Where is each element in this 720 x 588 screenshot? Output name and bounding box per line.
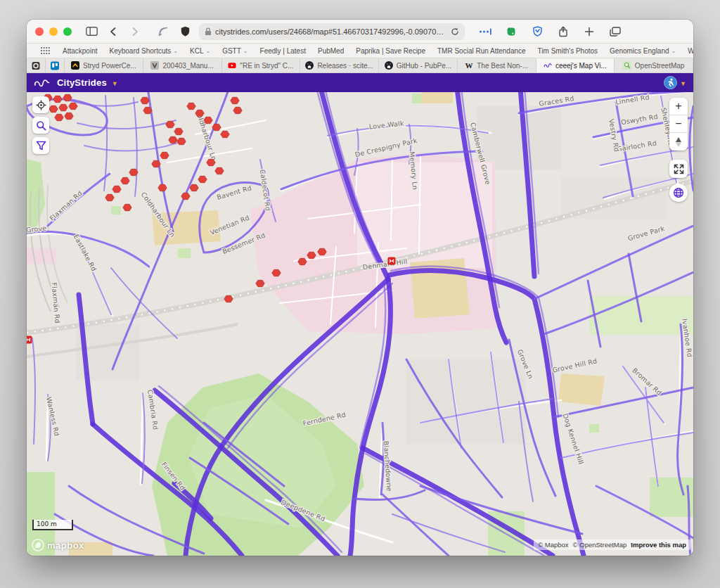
incomplete-node-marker[interactable]	[166, 121, 174, 127]
zoom-in-button[interactable]: +	[669, 98, 688, 115]
bookmark-item[interactable]: GSTT⌄	[222, 47, 248, 55]
filter-button[interactable]	[32, 137, 49, 154]
bookmark-item[interactable]: Paprika | Save Recipe	[356, 47, 425, 55]
tab-overview-icon[interactable]	[608, 24, 623, 39]
bookmarks-grid-icon[interactable]	[39, 46, 51, 56]
tab-vplayer-1[interactable]: 200403_Manu...	[143, 58, 222, 72]
incomplete-node-marker[interactable]	[298, 258, 307, 264]
share-icon[interactable]	[555, 24, 571, 39]
fullscreen-button[interactable]	[669, 160, 688, 178]
tab-osm-7[interactable]: OpenStreetMap	[615, 58, 693, 72]
incomplete-node-marker[interactable]	[65, 113, 73, 119]
pinned-tab-trello[interactable]	[46, 58, 65, 72]
incomplete-node-marker[interactable]	[231, 97, 239, 103]
geolocate-button[interactable]	[32, 96, 49, 113]
incomplete-node-marker[interactable]	[169, 136, 177, 143]
zoom-button[interactable]	[63, 27, 72, 36]
brand-title[interactable]: CityStrides	[57, 77, 107, 88]
bookmark-item[interactable]: Attackpoint	[63, 47, 97, 55]
incomplete-node-marker[interactable]	[204, 117, 212, 123]
incomplete-node-marker[interactable]	[215, 167, 224, 174]
incomplete-node-marker[interactable]	[198, 176, 207, 182]
map-canvas[interactable]: Love WalkDe Crespigny ParkMemory LnGrace…	[27, 92, 693, 556]
incomplete-node-marker[interactable]	[55, 114, 63, 120]
incomplete-node-marker[interactable]	[318, 248, 326, 255]
incomplete-node-marker[interactable]	[49, 106, 58, 112]
incomplete-node-marker[interactable]	[59, 104, 68, 110]
bookmark-item[interactable]: Tim Smith's Photos	[538, 47, 598, 55]
citystrides-logo-icon[interactable]	[34, 77, 52, 89]
browser-window: citystrides.com/users/24668/map#51.46670…	[27, 20, 693, 556]
incomplete-node-marker[interactable]	[160, 152, 169, 158]
incomplete-node-marker[interactable]	[129, 169, 138, 175]
incomplete-node-marker[interactable]	[121, 177, 129, 184]
incomplete-node-marker[interactable]	[123, 204, 131, 210]
minimize-button[interactable]	[49, 27, 58, 36]
privacy-shield-icon[interactable]	[177, 24, 193, 39]
incomplete-node-marker[interactable]	[177, 138, 186, 144]
brand-chevron-down-icon[interactable]: ▼	[112, 80, 118, 87]
incomplete-node-marker[interactable]	[181, 193, 190, 199]
tab-github-3[interactable]: Releases · scite...	[300, 58, 379, 72]
sidebar-toggle-icon[interactable]	[84, 24, 99, 39]
map-container[interactable]: Love WalkDe Crespigny ParkMemory LnGrace…	[27, 92, 693, 556]
incomplete-node-marker[interactable]	[141, 97, 149, 103]
incomplete-node-marker[interactable]	[174, 128, 183, 134]
compass-button[interactable]	[669, 133, 688, 151]
bookmark-item[interactable]: Keyboard Shortcuts⌄	[109, 47, 178, 55]
user-avatar[interactable]	[664, 76, 677, 89]
incomplete-node-marker[interactable]	[53, 96, 62, 102]
incomplete-node-marker[interactable]	[158, 184, 167, 191]
incomplete-node-marker[interactable]	[63, 94, 72, 101]
zoom-out-button[interactable]: −	[669, 115, 688, 133]
incomplete-node-marker[interactable]	[190, 184, 198, 191]
improve-map-link[interactable]: Improve this map	[631, 541, 686, 549]
new-tab-icon[interactable]	[581, 24, 597, 39]
incomplete-node-marker[interactable]	[207, 159, 215, 165]
incomplete-node-marker[interactable]	[221, 131, 229, 137]
incomplete-node-marker[interactable]	[69, 103, 77, 109]
tab-citystrides-6[interactable]: ceeej's Map Vi...	[536, 58, 615, 72]
incomplete-node-marker[interactable]	[143, 107, 152, 113]
url-field[interactable]: citystrides.com/users/24668/map#51.46670…	[199, 23, 465, 40]
close-button[interactable]	[35, 27, 44, 36]
tab-stryd-0[interactable]: Stryd PowerCe...	[65, 58, 143, 72]
incomplete-node-marker[interactable]	[307, 252, 316, 258]
bookmark-item[interactable]: Wendles56's l...os | Blipfoto	[688, 47, 693, 55]
incomplete-node-marker[interactable]	[112, 186, 121, 192]
tab-youtube-2[interactable]: "RE in Stryd" C...	[222, 58, 301, 72]
rail-station-icon[interactable]	[27, 336, 32, 344]
toolbar-right-group	[477, 24, 623, 39]
incomplete-node-marker[interactable]	[152, 160, 160, 167]
incomplete-node-marker[interactable]	[233, 107, 242, 113]
tab-wikipedia-5[interactable]: WThe Best Non-...	[458, 58, 536, 72]
tab-github-4[interactable]: GitHub - PubPe...	[379, 58, 458, 72]
globe-button[interactable]	[669, 184, 688, 202]
pinned-tab-omnivore[interactable]	[27, 58, 46, 72]
incomplete-node-marker[interactable]	[224, 295, 233, 302]
bookmark-item[interactable]: TMR Social Run Attendance	[437, 47, 526, 55]
bookmark-item[interactable]: Feedly | Latest	[260, 47, 306, 55]
bookmark-item[interactable]: PubMed	[318, 47, 344, 55]
user-menu-chevron-down-icon[interactable]: ▼	[680, 80, 686, 87]
mapbox-logo[interactable]: mapbox	[32, 539, 84, 551]
incomplete-node-marker[interactable]	[212, 124, 221, 130]
reload-icon[interactable]	[451, 27, 459, 36]
airplay-audio-icon[interactable]	[155, 24, 171, 39]
bookmark-item[interactable]: KCL⌄	[190, 47, 210, 55]
incomplete-node-marker[interactable]	[256, 280, 264, 286]
forward-button[interactable]	[127, 24, 143, 39]
search-button[interactable]	[32, 117, 49, 134]
incomplete-node-marker[interactable]	[105, 194, 114, 200]
back-button[interactable]	[105, 24, 121, 39]
incomplete-node-marker[interactable]	[187, 103, 195, 109]
rail-station-icon[interactable]	[388, 257, 396, 265]
incomplete-node-marker[interactable]	[272, 269, 281, 276]
incomplete-node-marker[interactable]	[195, 110, 204, 116]
extensions-icon[interactable]	[477, 24, 493, 39]
attribution-mapbox-link[interactable]: © Mapbox	[538, 541, 568, 549]
bookmark-item[interactable]: Genomics England⌄	[610, 47, 676, 55]
shield-extension-icon[interactable]	[529, 24, 545, 39]
attribution-osm-link[interactable]: © OpenStreetMap	[573, 541, 627, 549]
evernote-icon[interactable]	[503, 24, 519, 39]
